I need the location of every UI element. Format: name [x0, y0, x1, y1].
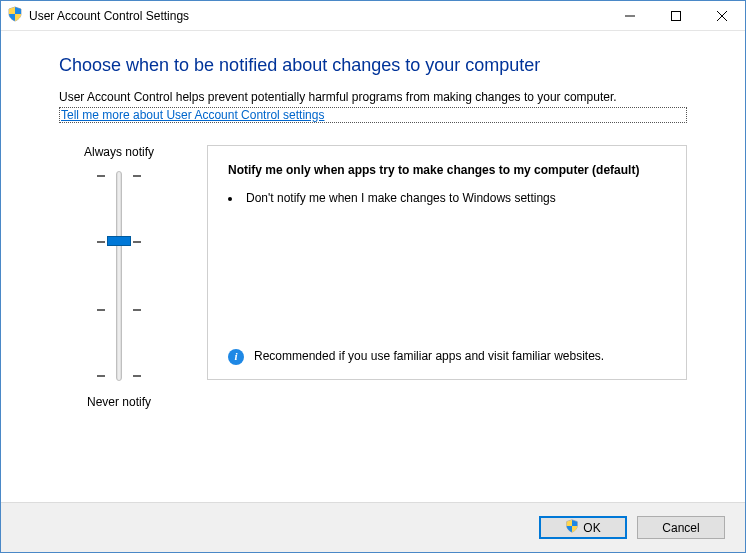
recommendation-row: i Recommended if you use familiar apps a… [228, 348, 666, 365]
body-area: Always notify Never notify Notify me onl… [59, 145, 687, 409]
uac-shield-icon [565, 519, 579, 536]
maximize-button[interactable] [653, 1, 699, 31]
slider-thumb[interactable] [107, 236, 131, 246]
page-heading: Choose when to be notified about changes… [59, 55, 687, 76]
uac-shield-icon [7, 6, 23, 25]
window-title: User Account Control Settings [29, 9, 607, 23]
recommendation-text: Recommended if you use familiar apps and… [254, 348, 604, 365]
uac-settings-window: User Account Control Settings Choose whe… [0, 0, 746, 553]
button-bar: OK Cancel [1, 502, 745, 552]
notification-slider[interactable] [89, 171, 149, 381]
slider-tick [89, 175, 149, 176]
minimize-button[interactable] [607, 1, 653, 31]
description-text: User Account Control helps prevent poten… [59, 90, 687, 106]
content-area: Choose when to be notified about changes… [1, 31, 745, 502]
cancel-button-label: Cancel [662, 521, 699, 535]
titlebar: User Account Control Settings [1, 1, 745, 31]
close-button[interactable] [699, 1, 745, 31]
slider-bottom-label: Never notify [87, 395, 151, 409]
ok-button-label: OK [583, 521, 600, 535]
slider-track [116, 171, 122, 381]
learn-more-link[interactable]: Tell me more about User Account Control … [59, 107, 687, 123]
info-panel: Notify me only when apps try to make cha… [207, 145, 687, 380]
svg-rect-1 [672, 11, 681, 20]
slider-tick [89, 309, 149, 310]
bullet-item: Don't notify me when I make changes to W… [242, 190, 666, 207]
level-bullets: Don't notify me when I make changes to W… [242, 190, 666, 211]
info-icon: i [228, 349, 244, 365]
slider-tick [89, 375, 149, 376]
ok-button[interactable]: OK [539, 516, 627, 539]
slider-column: Always notify Never notify [59, 145, 179, 409]
slider-top-label: Always notify [84, 145, 154, 159]
level-title: Notify me only when apps try to make cha… [228, 162, 666, 179]
cancel-button[interactable]: Cancel [637, 516, 725, 539]
